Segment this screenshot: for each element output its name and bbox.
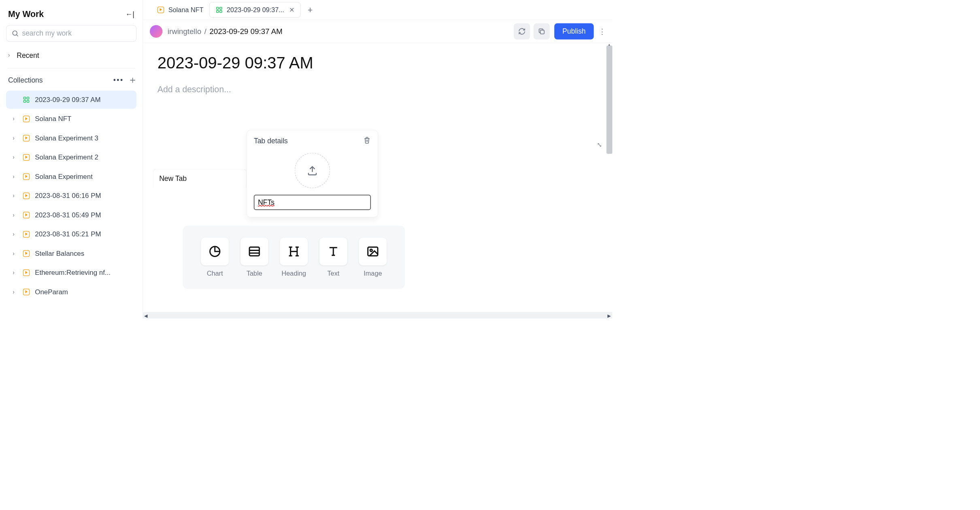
publish-button[interactable]: Publish: [554, 23, 594, 40]
palette-label: Text: [327, 269, 339, 277]
popover-title: Tab details: [254, 137, 288, 145]
main: Solana NFT 2023-09-29 09:37... ✕+ irwing…: [143, 0, 613, 319]
dashboard-icon: [215, 6, 223, 14]
sidebar-item[interactable]: › Solana NFT: [6, 110, 136, 128]
svg-rect-4: [23, 97, 26, 99]
header-bar: irwingtello / 2023-09-29 09:37 AM Publis…: [143, 20, 613, 43]
canvas: ▲ 2023-09-29 09:37 AM Add a description.…: [143, 43, 613, 319]
chevron-right-icon: ›: [13, 135, 18, 141]
breadcrumb-owner[interactable]: irwingtello: [168, 27, 201, 36]
sidebar-item[interactable]: › Solana Experiment: [6, 168, 136, 186]
run-icon: [22, 269, 30, 277]
svg-rect-11: [220, 11, 222, 13]
copy-icon: [538, 28, 545, 35]
palette-block-heading[interactable]: Heading: [280, 238, 308, 277]
upload-icon: [307, 165, 318, 176]
chart-icon: [201, 238, 229, 266]
run-icon: [22, 288, 30, 296]
chevron-right-icon: ›: [13, 212, 18, 218]
sidebar-item-label: 2023-08-31 05:21 PM: [35, 230, 101, 238]
horizontal-scrollbar[interactable]: [143, 312, 613, 319]
palette-block-image[interactable]: Image: [359, 238, 387, 277]
svg-point-28: [370, 249, 372, 251]
resize-handle-icon[interactable]: ⤡: [597, 141, 602, 149]
copy-button[interactable]: [534, 23, 550, 40]
chevron-right-icon: ›: [13, 270, 18, 276]
tab-strip: Solana NFT 2023-09-29 09:37... ✕+: [143, 0, 613, 20]
description-placeholder[interactable]: Add a description...: [158, 85, 613, 94]
recent-label: Recent: [17, 51, 39, 60]
svg-rect-10: [217, 11, 219, 13]
divider: [7, 68, 136, 68]
palette-block-table[interactable]: Table: [241, 238, 268, 277]
sidebar-item-label: Solana NFT: [35, 115, 71, 123]
trash-icon: [363, 136, 371, 144]
breadcrumb: irwingtello / 2023-09-29 09:37 AM: [168, 27, 283, 36]
tab-label: 2023-09-29 09:37...: [227, 6, 284, 14]
tab[interactable]: 2023-09-29 09:37... ✕: [209, 2, 301, 18]
table-icon: [241, 238, 268, 266]
kebab-menu-icon[interactable]: ⋮: [599, 27, 606, 36]
sidebar-item[interactable]: › OneParam: [6, 283, 136, 301]
sidebar-item[interactable]: › Solana Experiment 3: [6, 129, 136, 147]
chevron-right-icon: ›: [13, 173, 18, 180]
dashboard-icon: [22, 96, 30, 104]
svg-rect-12: [540, 30, 544, 34]
svg-rect-27: [368, 247, 377, 256]
refresh-button[interactable]: [514, 23, 530, 40]
sidebar-item-label: Stellar Balances: [35, 250, 84, 257]
svg-line-1: [17, 35, 18, 36]
svg-rect-14: [249, 247, 259, 256]
sidebar-item[interactable]: › 2023-08-31 05:21 PM: [6, 225, 136, 243]
run-icon: [22, 230, 30, 238]
page-title[interactable]: 2023-09-29 09:37 AM: [158, 54, 613, 72]
palette-block-chart[interactable]: Chart: [201, 238, 229, 277]
collections-label: Collections: [8, 76, 43, 84]
sidebar-item[interactable]: › Ethereum:Retrieving nf...: [6, 264, 136, 282]
refresh-icon: [518, 28, 526, 35]
add-collection-icon[interactable]: [129, 76, 136, 84]
close-icon[interactable]: ✕: [289, 6, 295, 14]
avatar[interactable]: [150, 25, 162, 38]
upload-dropzone[interactable]: [295, 153, 330, 189]
collections-header: Collections •••: [6, 73, 136, 87]
newtab-chip[interactable]: New Tab: [153, 169, 247, 188]
palette-label: Chart: [207, 269, 223, 277]
chevron-right-icon: ›: [13, 154, 18, 161]
sidebar-item[interactable]: › Stellar Balances: [6, 244, 136, 263]
chevron-right-icon: ›: [13, 250, 18, 257]
sidebar-item[interactable]: › 2023-08-31 05:49 PM: [6, 206, 136, 224]
more-icon[interactable]: •••: [113, 76, 124, 84]
run-icon: [22, 134, 30, 142]
chevron-right-icon: ›: [13, 289, 18, 295]
tab-name-input[interactable]: [254, 195, 371, 210]
run-icon: [157, 6, 165, 14]
collections-list: › 2023-09-29 09:37 AM› Solana NFT› Solan…: [6, 91, 136, 301]
newtab-label: New Tab: [159, 174, 187, 183]
sidebar-item-label: OneParam: [35, 288, 68, 296]
image-icon: [359, 238, 387, 266]
block-palette: Chart Table Heading Text Image: [183, 226, 405, 289]
palette-block-text[interactable]: Text: [320, 238, 347, 277]
sidebar-item[interactable]: › 2023-08-31 06:16 PM: [6, 187, 136, 205]
add-tab-button[interactable]: +: [308, 5, 313, 15]
search-icon: [11, 30, 19, 37]
search-input[interactable]: [22, 30, 131, 38]
collapse-sidebar-icon[interactable]: ←|: [126, 10, 134, 18]
vertical-scrollbar[interactable]: [607, 46, 613, 154]
tab[interactable]: Solana NFT: [151, 2, 209, 18]
sidebar-item[interactable]: › Solana Experiment 2: [6, 148, 136, 166]
recent-section[interactable]: › Recent: [6, 48, 136, 63]
svg-point-0: [13, 31, 17, 35]
run-icon: [22, 153, 30, 162]
palette-label: Table: [247, 269, 262, 277]
delete-button[interactable]: [363, 136, 371, 146]
search-input-wrapper[interactable]: [6, 25, 136, 42]
tab-label: Solana NFT: [168, 6, 204, 14]
sidebar-item-label: 2023-09-29 09:37 AM: [35, 96, 100, 104]
sidebar-item[interactable]: › 2023-09-29 09:37 AM: [6, 91, 136, 109]
palette-label: Heading: [281, 269, 306, 277]
run-icon: [22, 192, 30, 200]
chevron-right-icon: ›: [13, 116, 18, 122]
svg-rect-5: [27, 97, 29, 99]
